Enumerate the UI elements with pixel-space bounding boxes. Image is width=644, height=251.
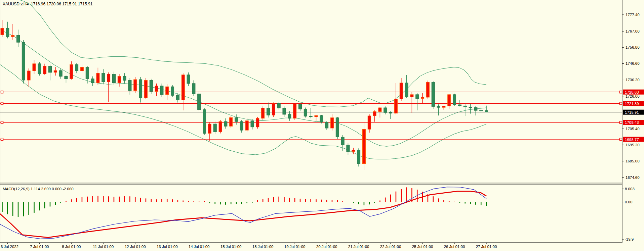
candle-body: [54, 70, 57, 72]
candle-body: [86, 67, 89, 79]
time-axis-label: 12 Jul 01:00: [125, 245, 146, 249]
price-level-marker-left[interactable]: [1, 102, 3, 105]
candle-body: [203, 110, 206, 134]
candle-body: [432, 82, 435, 106]
price-axis-tick-label: 1685.00: [626, 159, 640, 163]
time-axis-label: 20 Jul 01:00: [316, 245, 337, 249]
candle-body: [22, 42, 25, 80]
candle-body: [1, 28, 4, 35]
time-axis-label: 14 Jul 01:00: [189, 245, 210, 249]
price-axis-tick-label: 1695.20: [626, 143, 640, 147]
price-axis-tick-label: 1736.20: [626, 78, 640, 82]
candle-body: [102, 73, 105, 82]
time-axis-label: 21 Jul 01:00: [348, 245, 369, 249]
time-axis-label: 18 Jul 01:00: [252, 245, 274, 249]
candle-body: [352, 150, 355, 152]
candle-body: [171, 87, 174, 95]
candle-body: [75, 64, 78, 71]
price-level-marker-left[interactable]: [1, 91, 3, 93]
time-axis-label: 15 Jul 01:00: [220, 245, 242, 249]
candle-body: [341, 137, 344, 145]
candle-body: [208, 124, 211, 133]
candle-body: [336, 118, 339, 137]
price-axis-tick-label: 1767.00: [626, 29, 640, 33]
candle-body: [298, 104, 301, 109]
price-axis-tick-label: 1777.40: [626, 13, 640, 17]
candle-body: [134, 80, 137, 91]
candle-body: [219, 121, 222, 132]
candle-body: [245, 121, 248, 130]
candle-body: [59, 70, 62, 76]
candle-body: [187, 75, 190, 84]
candle-body: [309, 116, 312, 117]
price-level-marker-left[interactable]: [1, 121, 3, 123]
price-level-marker-left[interactable]: [1, 138, 3, 141]
price-axis-tick-label: 1726.00: [626, 94, 640, 98]
macd-axis-tick-label: 8.003: [625, 187, 635, 191]
candle-body: [320, 115, 323, 122]
time-axis-label: 26 Jul 01:00: [444, 245, 465, 249]
candle-body: [16, 35, 19, 42]
candle-body: [347, 145, 350, 152]
candle-body: [394, 99, 397, 113]
candle-body: [368, 116, 371, 129]
candle-body: [437, 106, 440, 107]
price-level-label: 1728.63: [625, 90, 639, 94]
candle-body: [123, 77, 126, 81]
price-level-label: 1721.39: [625, 102, 639, 106]
candle-body: [65, 77, 68, 79]
candle-body: [213, 124, 216, 132]
candle-body: [27, 71, 30, 80]
candle-body: [176, 95, 179, 100]
time-axis-label: 13 Jul 01:00: [157, 245, 178, 249]
candle-body: [261, 108, 265, 118]
candle-body: [426, 82, 429, 97]
candle-body: [464, 106, 467, 107]
candle-body: [160, 86, 163, 95]
candle-body: [144, 80, 147, 98]
candle-body: [11, 35, 14, 37]
macd-axis-tick-label: -19.9: [625, 237, 634, 241]
candle-body: [70, 64, 73, 79]
trading-chart-window: 1777.401767.001756.801746.601736.201726.…: [0, 0, 644, 251]
candle-body: [251, 121, 254, 127]
price-level-marker-right[interactable]: [620, 91, 622, 93]
candle-body: [458, 105, 461, 106]
candle-body: [139, 80, 142, 98]
price-level-marker-right[interactable]: [620, 121, 622, 123]
price-level-marker-right[interactable]: [620, 138, 622, 141]
candle-body: [304, 109, 307, 116]
candle-body: [384, 108, 387, 112]
price-chart-svg[interactable]: 1777.401767.001756.801746.601736.201726.…: [0, 0, 644, 251]
candle-body: [400, 83, 403, 99]
candle-body: [410, 95, 413, 97]
price-axis-tick-label: 1674.60: [626, 175, 640, 180]
price-level-marker-right[interactable]: [620, 102, 622, 105]
candle-body: [235, 117, 238, 121]
candle-body: [128, 80, 131, 91]
candle-body: [267, 108, 270, 115]
candle-body: [389, 112, 392, 113]
candle-body: [293, 104, 296, 118]
candle-body: [277, 103, 280, 108]
candle-body: [378, 108, 381, 111]
time-axis-label: 19 Jul 01:00: [284, 245, 306, 249]
candle-body: [485, 110, 488, 112]
candle-body: [240, 121, 243, 130]
current-price-label: 1715.91: [625, 110, 639, 114]
candle-body: [283, 108, 286, 114]
candle-body: [80, 67, 83, 71]
candle-body: [362, 129, 365, 163]
candle-body: [256, 118, 259, 127]
time-axis-label: 25 Jul 01:00: [412, 245, 433, 249]
candle-body: [198, 94, 201, 110]
candle-body: [6, 28, 9, 37]
candle-body: [38, 64, 41, 74]
time-axis-label: 11 Jul 01:00: [93, 245, 114, 249]
candle-body: [448, 95, 451, 106]
time-axis-label: 8 Jul 01:00: [62, 245, 81, 249]
candle-body: [480, 110, 483, 111]
macd-axis-tick-label: 0.00: [625, 200, 632, 204]
candle-body: [150, 80, 153, 91]
candle-body: [91, 79, 94, 83]
